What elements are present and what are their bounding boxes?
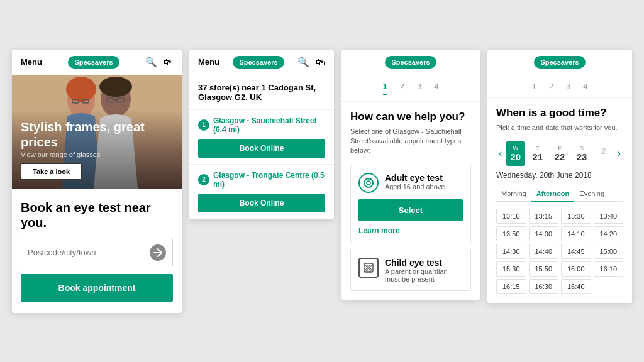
time-slot-1310[interactable]: 13:10 <box>496 209 526 224</box>
time-tabs: Morning Afternoon Evening <box>496 186 623 202</box>
screens-container: Menu Specsavers 🔍 🛍 <box>12 50 632 313</box>
store-count-text: 37 store(s) near 1 Cadogan St, Glasgow G… <box>198 83 325 102</box>
nav-bar-1: Menu Specsavers 🔍 🛍 <box>12 50 182 75</box>
nav-bar-2: Menu Specsavers 🔍 🛍 <box>189 50 334 75</box>
postcode-input[interactable] <box>28 248 150 257</box>
book-title: Book an eye test near you. <box>21 200 173 230</box>
time-slot-1445[interactable]: 14:45 <box>561 244 591 259</box>
step-4-3[interactable]: 3 <box>566 82 570 91</box>
date-20: 20 <box>507 151 524 162</box>
menu-label-2[interactable]: Menu <box>198 57 219 67</box>
time-slot-1530[interactable]: 15:30 <box>496 261 526 277</box>
child-test-icon <box>358 258 379 278</box>
evening-tab[interactable]: Evening <box>574 186 609 202</box>
time-slot-1615[interactable]: 16:15 <box>496 279 526 294</box>
step-4-1[interactable]: 1 <box>532 82 536 91</box>
morning-tab[interactable]: Morning <box>496 186 531 202</box>
time-slot-1330[interactable]: 13:30 <box>561 209 591 224</box>
location-arrow-button[interactable] <box>150 244 166 261</box>
cal-day-23[interactable]: S 23 <box>572 141 592 166</box>
book-online-button-2[interactable]: Book Online <box>198 194 325 212</box>
hero-banner: Stylish frames, great prices View our ra… <box>12 75 182 189</box>
store-name-row-1: 1 Glasgow - Sauchiehall Street (0.4 mi) <box>198 116 325 134</box>
cart-icon-1[interactable]: 🛍 <box>164 57 173 68</box>
book-online-button-1[interactable]: Book Online <box>198 139 325 158</box>
dow-s: S <box>574 145 591 151</box>
store-count-header: 37 store(s) near 1 Cadogan St, Glasgow G… <box>189 75 334 110</box>
time-slot-1350[interactable]: 13:50 <box>496 226 526 241</box>
child-test-title: Child eye test <box>385 258 463 268</box>
step-4-4[interactable]: 4 <box>583 82 587 91</box>
search-icon-1[interactable]: 🔍 <box>145 57 157 68</box>
nav-bar-3: Specsavers <box>341 50 480 75</box>
adult-card-text: Adult eye test Aged 16 and above <box>385 173 445 190</box>
time-slot-empty <box>594 279 624 294</box>
time-slot-1610[interactable]: 16:10 <box>594 261 624 277</box>
time-slot-1400[interactable]: 14:00 <box>529 226 559 241</box>
cart-icon-2[interactable]: 🛍 <box>316 57 325 68</box>
time-body: When is a good time? Pick a time and dat… <box>487 98 632 303</box>
menu-label[interactable]: Menu <box>21 57 42 67</box>
afternoon-tab[interactable]: Afternoon <box>531 186 575 202</box>
time-slot-1340[interactable]: 13:40 <box>594 209 624 224</box>
date-21: 21 <box>529 151 546 162</box>
adult-card-header: Adult eye test Aged 16 and above <box>358 173 463 193</box>
book-appointment-button[interactable]: Book appointment <box>21 274 173 302</box>
dow-w: W <box>507 145 524 151</box>
cal-day-20[interactable]: W 20 <box>506 141 525 166</box>
date-2: 2 <box>596 145 613 156</box>
store-item-2: 2 Glasgow - Trongate Centre (0.5 mi) Boo… <box>189 165 334 219</box>
postcode-input-row[interactable] <box>21 239 173 266</box>
nav-icons-2: 🔍 🛍 <box>297 57 325 68</box>
time-slot-1640[interactable]: 16:40 <box>561 279 591 294</box>
steps-bar-4: 1 2 3 4 <box>487 75 632 98</box>
date-23: 23 <box>574 151 591 162</box>
time-slot-1430[interactable]: 14:30 <box>496 244 526 259</box>
time-slot-1315[interactable]: 13:15 <box>529 209 559 224</box>
hero-title: Stylish frames, great prices <box>21 119 173 150</box>
cal-day-2[interactable]: 2 <box>594 141 614 166</box>
step-3[interactable]: 3 <box>417 82 421 95</box>
store-number-2: 2 <box>198 174 209 185</box>
time-slot-1500[interactable]: 15:00 <box>594 244 624 259</box>
child-card-header: Child eye test A parent or guardian must… <box>358 258 463 283</box>
hero-overlay: Stylish frames, great prices View our ra… <box>12 111 182 189</box>
svg-point-15 <box>366 265 368 266</box>
step-4[interactable]: 4 <box>434 82 438 95</box>
time-slot-1550[interactable]: 15:50 <box>529 261 559 277</box>
store-name-row-2: 2 Glasgow - Trongate Centre (0.5 mi) <box>198 171 325 189</box>
screen-appointment-type: Specsavers 1 2 3 4 How can we help you? … <box>341 50 480 300</box>
step-1[interactable]: 1 <box>383 82 387 95</box>
search-icon-2[interactable]: 🔍 <box>297 57 309 68</box>
time-slots-grid: 13:10 13:15 13:30 13:40 13:50 14:00 14:1… <box>496 209 623 294</box>
svg-point-19 <box>368 266 370 268</box>
step-4-2[interactable]: 2 <box>549 82 553 91</box>
appointment-heading: How can we help you? <box>350 111 471 123</box>
time-heading: When is a good time? <box>496 107 623 119</box>
select-adult-button[interactable]: Select <box>358 199 463 221</box>
time-subtext: Pick a time and date that works for you. <box>496 123 623 133</box>
time-slot-1420[interactable]: 14:20 <box>594 226 624 241</box>
cal-prev-arrow[interactable]: ‹ <box>496 148 504 159</box>
screen-store-list: Menu Specsavers 🔍 🛍 37 store(s) near 1 C… <box>189 50 334 219</box>
time-slot-1410[interactable]: 14:10 <box>561 226 591 241</box>
time-slot-1440[interactable]: 14:40 <box>529 244 559 259</box>
adult-eye-test-card: Adult eye test Aged 16 and above Select … <box>350 165 471 243</box>
cal-next-arrow[interactable]: › <box>615 148 623 159</box>
specsavers-logo-4: Specsavers <box>534 56 585 69</box>
adult-test-title: Adult eye test <box>385 173 445 183</box>
take-a-look-button[interactable]: Take a look <box>21 163 82 180</box>
time-slot-1630[interactable]: 16:30 <box>529 279 559 294</box>
store-name-2[interactable]: Glasgow - Trongate Centre (0.5 mi) <box>213 171 325 189</box>
child-card-text: Child eye test A parent or guardian must… <box>385 258 463 283</box>
step-2[interactable]: 2 <box>400 82 404 95</box>
appointment-subtext: Select one of Glasgow - Sauchiehall Stre… <box>350 127 471 156</box>
svg-point-16 <box>370 265 372 266</box>
calendar-nav: ‹ W 20 T 21 F 22 S <box>496 141 623 166</box>
time-slot-1600[interactable]: 16:00 <box>561 261 591 277</box>
cal-day-21[interactable]: T 21 <box>528 141 547 166</box>
store-name-1[interactable]: Glasgow - Sauchiehall Street (0.4 mi) <box>213 116 325 134</box>
svg-point-12 <box>367 181 370 185</box>
learn-more-link[interactable]: Learn more <box>358 226 463 235</box>
cal-day-22[interactable]: F 22 <box>550 141 569 166</box>
